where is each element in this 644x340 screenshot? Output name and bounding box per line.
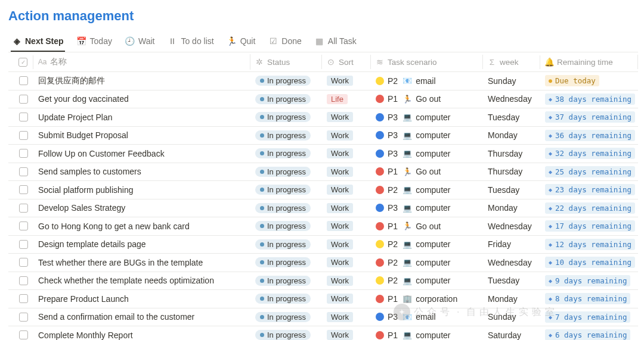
sort-cell[interactable]: Work: [322, 146, 371, 161]
checkbox-icon[interactable]: [19, 185, 28, 194]
row-checkbox-cell[interactable]: [8, 310, 33, 324]
header-checkbox-cell[interactable]: ✓: [8, 55, 33, 69]
checkbox-icon[interactable]: [19, 167, 28, 176]
row-checkbox-cell[interactable]: [8, 146, 33, 160]
checkbox-icon[interactable]: [19, 113, 28, 121]
tab-wait[interactable]: 🕘Wait: [124, 31, 156, 52]
row-checkbox-cell[interactable]: [8, 328, 33, 340]
table-row[interactable]: Send a confirmation email to the custome…: [8, 308, 638, 327]
scenario-cell[interactable]: P3 📧email: [371, 310, 483, 324]
scenario-cell[interactable]: P3 💻computer: [371, 128, 483, 142]
column-week[interactable]: Σ week: [483, 55, 540, 69]
status-cell[interactable]: In progress: [250, 128, 322, 143]
checkbox-icon[interactable]: [19, 131, 28, 140]
status-cell[interactable]: In progress: [250, 164, 322, 179]
status-cell[interactable]: In progress: [250, 291, 322, 306]
sort-cell[interactable]: Work: [322, 327, 371, 340]
week-cell[interactable]: Wednesday: [483, 219, 540, 233]
week-cell[interactable]: Sunday: [483, 310, 540, 324]
week-cell[interactable]: Monday: [483, 128, 540, 142]
column-scenario[interactable]: ≋ Task scenario: [371, 55, 483, 69]
task-name-cell[interactable]: Prepare Product Launch: [33, 292, 250, 306]
row-checkbox-cell[interactable]: [8, 129, 33, 142]
task-name-cell[interactable]: Submit Budget Proposal: [33, 128, 250, 142]
remaining-cell[interactable]: ◆25 days remaining: [540, 164, 638, 180]
scenario-cell[interactable]: P2 💻computer: [371, 255, 483, 270]
scenario-cell[interactable]: P2 📧email: [371, 74, 483, 88]
remaining-cell[interactable]: ◆10 days remaining: [540, 254, 638, 270]
status-cell[interactable]: In progress: [250, 237, 322, 252]
row-checkbox-cell[interactable]: [8, 274, 33, 288]
sort-cell[interactable]: Work: [322, 255, 371, 270]
scenario-cell[interactable]: P3 💻computer: [371, 146, 483, 161]
scenario-cell[interactable]: P2 💻computer: [371, 237, 483, 251]
status-cell[interactable]: In progress: [250, 73, 322, 88]
task-name-cell[interactable]: Go to Hong Kong to get a new bank card: [33, 219, 250, 233]
row-checkbox-cell[interactable]: [8, 165, 33, 179]
row-checkbox-cell[interactable]: [8, 92, 33, 106]
scenario-cell[interactable]: P2 💻computer: [371, 183, 483, 197]
column-remaining[interactable]: 🔔 Remaining time: [540, 55, 638, 69]
table-row[interactable]: Update Project PlanIn progressWorkP3 💻co…: [8, 108, 638, 127]
sort-cell[interactable]: Work: [322, 164, 371, 179]
task-name-cell[interactable]: Send a confirmation email to the custome…: [33, 310, 250, 324]
sort-cell[interactable]: Work: [322, 273, 371, 288]
row-checkbox-cell[interactable]: [8, 201, 33, 215]
checkbox-icon[interactable]: [19, 330, 28, 339]
week-cell[interactable]: Thursday: [483, 146, 540, 161]
week-cell[interactable]: Wednesday: [483, 92, 540, 106]
row-checkbox-cell[interactable]: [8, 74, 33, 88]
table-row[interactable]: Social platform publishingIn progressWor…: [8, 181, 638, 199]
remaining-cell[interactable]: ◆32 days remaining: [540, 145, 638, 161]
checkbox-icon[interactable]: [19, 276, 28, 285]
table-row[interactable]: Follow Up on Customer FeedbackIn progres…: [8, 145, 638, 163]
table-row[interactable]: Submit Budget ProposalIn progressWorkP3 …: [8, 127, 638, 145]
sort-cell[interactable]: Work: [322, 201, 371, 216]
task-name-cell[interactable]: Follow Up on Customer Feedback: [33, 146, 250, 161]
remaining-cell[interactable]: ◆6 days remaining: [540, 327, 638, 340]
row-checkbox-cell[interactable]: [8, 238, 33, 251]
task-name-cell[interactable]: Develop Sales Strategy: [33, 201, 250, 215]
sort-cell[interactable]: Work: [322, 182, 371, 197]
remaining-cell[interactable]: ◆12 days remaining: [540, 236, 638, 252]
table-row[interactable]: Test whether there are BUGs in the templ…: [8, 254, 638, 272]
table-row[interactable]: Prepare Product LaunchIn progressWorkP1 …: [8, 290, 638, 308]
remaining-cell[interactable]: ◆9 days remaining: [540, 273, 638, 289]
sort-cell[interactable]: Work: [322, 110, 371, 124]
scenario-cell[interactable]: P1 🏃Go out: [371, 164, 483, 179]
checkbox-icon[interactable]: [19, 222, 28, 230]
status-cell[interactable]: In progress: [250, 182, 322, 197]
sort-cell[interactable]: Life: [322, 92, 371, 107]
week-cell[interactable]: Sunday: [483, 74, 540, 88]
remaining-cell[interactable]: ◆23 days remaining: [540, 182, 638, 198]
week-cell[interactable]: Saturday: [483, 328, 540, 340]
row-checkbox-cell[interactable]: [8, 219, 33, 233]
remaining-cell[interactable]: ◆22 days remaining: [540, 200, 638, 216]
sort-cell[interactable]: Work: [322, 291, 371, 306]
checkbox-icon[interactable]: [19, 95, 28, 104]
sort-cell[interactable]: Work: [322, 310, 371, 325]
task-name-cell[interactable]: Send samples to customers: [33, 164, 250, 179]
remaining-cell[interactable]: ●Due today: [540, 73, 638, 89]
status-cell[interactable]: In progress: [250, 255, 322, 270]
week-cell[interactable]: Wednesday: [483, 255, 540, 270]
task-name-cell[interactable]: Update Project Plan: [33, 110, 250, 124]
status-cell[interactable]: In progress: [250, 327, 322, 340]
status-cell[interactable]: In progress: [250, 201, 322, 216]
row-checkbox-cell[interactable]: [8, 292, 33, 305]
scenario-cell[interactable]: P1 🏢corporation: [371, 292, 483, 306]
table-row[interactable]: Develop Sales StrategyIn progressWorkP3 …: [8, 199, 638, 218]
task-name-cell[interactable]: Get your dog vaccinated: [33, 92, 250, 106]
remaining-cell[interactable]: ◆36 days remaining: [540, 127, 638, 144]
checkbox-icon[interactable]: [19, 149, 28, 158]
sort-cell[interactable]: Work: [322, 128, 371, 143]
status-cell[interactable]: In progress: [250, 310, 322, 325]
tab-todo[interactable]: ⏸To do list: [166, 31, 215, 52]
scenario-cell[interactable]: P3 💻computer: [371, 110, 483, 124]
sort-cell[interactable]: Work: [322, 237, 371, 252]
remaining-cell[interactable]: ◆7 days remaining: [540, 309, 638, 325]
tab-done[interactable]: ☑Done: [267, 31, 302, 52]
task-name-cell[interactable]: 回复供应商的邮件: [33, 73, 250, 89]
tab-today[interactable]: 📅Today: [76, 31, 113, 52]
table-row[interactable]: Go to Hong Kong to get a new bank cardIn…: [8, 217, 638, 236]
